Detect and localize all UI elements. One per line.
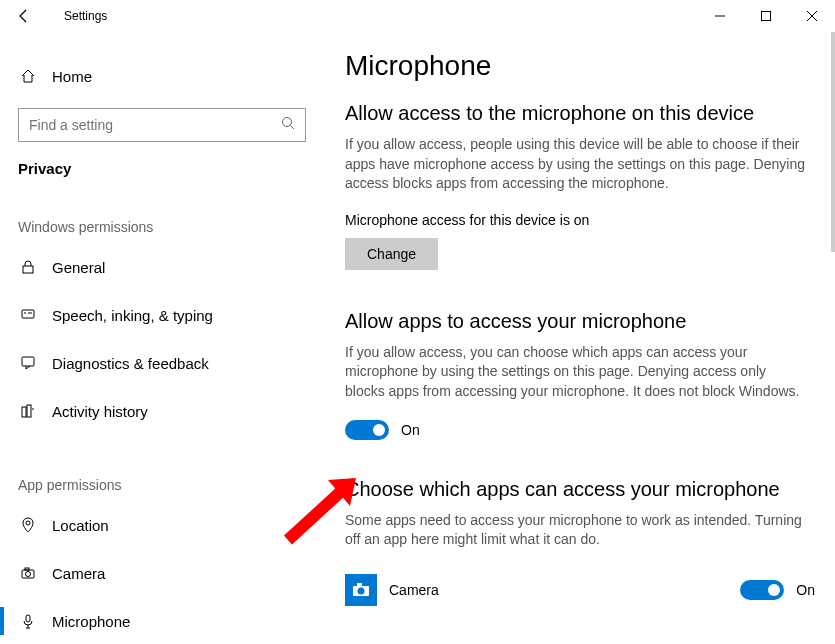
nav-item-label: Activity history bbox=[52, 403, 148, 420]
section-header-windows-permissions: Windows permissions bbox=[0, 219, 324, 235]
nav-activity-history[interactable]: Activity history bbox=[0, 387, 324, 435]
svg-rect-15 bbox=[25, 568, 29, 570]
home-icon bbox=[18, 68, 38, 84]
section-title-app-access: Allow apps to access your microphone bbox=[345, 310, 815, 333]
section-title-choose-apps: Choose which apps can access your microp… bbox=[345, 478, 815, 501]
svg-point-14 bbox=[26, 572, 31, 577]
svg-rect-4 bbox=[23, 266, 33, 273]
nav-item-label: Speech, inking, & typing bbox=[52, 307, 213, 324]
nav-item-label: Camera bbox=[52, 565, 105, 582]
nav-location[interactable]: Location bbox=[0, 501, 324, 549]
section-desc: If you allow access, people using this d… bbox=[345, 135, 805, 194]
maximize-button[interactable] bbox=[743, 0, 789, 32]
svg-point-2 bbox=[283, 118, 292, 127]
breadcrumb: Privacy bbox=[0, 160, 324, 177]
svg-rect-5 bbox=[22, 310, 34, 318]
window-controls bbox=[697, 0, 835, 32]
section-desc: Some apps need to access your microphone… bbox=[345, 511, 805, 550]
scrollbar[interactable] bbox=[827, 32, 835, 644]
toggle-knob bbox=[373, 424, 385, 436]
nav-home-label: Home bbox=[52, 68, 92, 85]
microphone-icon bbox=[18, 613, 38, 629]
svg-rect-16 bbox=[26, 615, 30, 622]
nav-item-label: Microphone bbox=[52, 613, 130, 630]
nav-general[interactable]: General bbox=[0, 243, 324, 291]
nav-speech-inking-typing[interactable]: Speech, inking, & typing bbox=[0, 291, 324, 339]
camera-icon bbox=[18, 565, 38, 581]
svg-rect-9 bbox=[22, 407, 26, 417]
content-area: Microphone Allow access to the microphon… bbox=[325, 32, 835, 644]
app-toggle-row: On bbox=[740, 580, 815, 600]
device-access-status: Microphone access for this device is on bbox=[345, 212, 815, 228]
svg-rect-19 bbox=[357, 583, 362, 586]
nav-diagnostics-feedback[interactable]: Diagnostics & feedback bbox=[0, 339, 324, 387]
nav-item-label: Diagnostics & feedback bbox=[52, 355, 209, 372]
svg-rect-1 bbox=[762, 12, 771, 21]
app-row-camera: Camera On bbox=[345, 568, 815, 612]
page-title: Microphone bbox=[345, 50, 815, 82]
svg-rect-8 bbox=[22, 357, 34, 366]
nav-microphone[interactable]: Microphone bbox=[0, 597, 324, 644]
svg-point-12 bbox=[26, 521, 30, 525]
speech-icon bbox=[18, 307, 38, 323]
feedback-icon bbox=[18, 355, 38, 371]
app-name: Camera bbox=[389, 582, 740, 598]
titlebar: Settings bbox=[0, 0, 835, 32]
search-box[interactable] bbox=[18, 108, 306, 142]
scrollbar-thumb[interactable] bbox=[831, 32, 835, 252]
minimize-button[interactable] bbox=[697, 0, 743, 32]
camera-app-icon bbox=[345, 574, 377, 606]
toggle-state-label: On bbox=[796, 582, 815, 598]
back-button[interactable] bbox=[0, 0, 48, 32]
svg-line-3 bbox=[291, 126, 295, 130]
sidebar: Home Privacy Windows permissions General… bbox=[0, 32, 325, 644]
nav-camera[interactable]: Camera bbox=[0, 549, 324, 597]
search-input[interactable] bbox=[29, 117, 281, 133]
search-icon bbox=[281, 116, 295, 134]
close-button[interactable] bbox=[789, 0, 835, 32]
section-title-device-access: Allow access to the microphone on this d… bbox=[345, 102, 815, 125]
lock-icon bbox=[18, 259, 38, 275]
camera-app-toggle[interactable] bbox=[740, 580, 784, 600]
location-icon bbox=[18, 517, 38, 533]
toggle-state-label: On bbox=[401, 422, 420, 438]
window-title: Settings bbox=[48, 9, 107, 23]
change-button[interactable]: Change bbox=[345, 238, 438, 270]
nav-home[interactable]: Home bbox=[0, 56, 324, 96]
svg-rect-10 bbox=[27, 405, 31, 417]
nav-item-label: General bbox=[52, 259, 105, 276]
section-header-app-permissions: App permissions bbox=[0, 477, 324, 493]
history-icon bbox=[18, 403, 38, 419]
svg-point-18 bbox=[358, 587, 365, 594]
app-access-toggle-row: On bbox=[345, 420, 815, 440]
nav-item-label: Location bbox=[52, 517, 109, 534]
toggle-knob bbox=[768, 584, 780, 596]
app-access-toggle[interactable] bbox=[345, 420, 389, 440]
section-desc: If you allow access, you can choose whic… bbox=[345, 343, 805, 402]
